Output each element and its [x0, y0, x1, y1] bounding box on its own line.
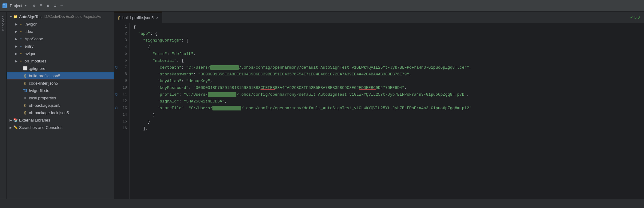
tree-item-oh-package-lock[interactable]: {} oh-package-lock.json5	[7, 109, 114, 116]
oh-modules-label: oh_modules	[25, 59, 46, 63]
code-line-14: }	[133, 111, 640, 118]
gitignore-label: .gitignore	[29, 66, 45, 71]
code-editor: 1 2 3 4 5 6 7 8 9 10 11 12 13 14 15 16	[114, 23, 644, 199]
line-16: 16	[114, 125, 129, 132]
line-2: 2	[114, 30, 129, 37]
code-line-16: ],	[133, 125, 640, 132]
line-10: 10	[114, 84, 129, 91]
root-arrow: ▾	[9, 15, 13, 18]
editor-area: {} build-profile.json5 × ✓ 5 ∧ 1 2 3 4 5…	[114, 12, 644, 199]
title-bar-title: Project	[10, 3, 22, 8]
code-line-6: "material": {	[133, 57, 640, 64]
oh-package-label: oh-package.json5	[29, 103, 61, 108]
code-linter-icon: {}	[23, 81, 28, 86]
entry-label: entry	[25, 44, 34, 49]
scratches-arrow: ▶	[9, 126, 13, 129]
tree-item-scratches[interactable]: ▶ ✏️ Scratches and Consoles	[7, 124, 114, 131]
minimize-btn[interactable]: —	[59, 2, 64, 9]
root-folder-icon: 📁	[13, 14, 18, 19]
code-line-15: }	[133, 118, 640, 125]
entry-icon: ▪	[18, 44, 23, 49]
bottom-panel	[0, 199, 644, 208]
sort-btn[interactable]: ⇅	[45, 2, 50, 9]
title-bar-arrow[interactable]: ▾	[25, 4, 27, 8]
badge-arrow[interactable]: ∧	[638, 15, 641, 20]
tree-item-root[interactable]: ▾ 📁 AutoSignTest D:\Code\DevEcoStudioPro…	[7, 13, 114, 20]
code-line-9: "keyAlias": "debugKey",	[133, 78, 640, 84]
oh-package-lock-label: oh-package-lock.json5	[29, 110, 69, 115]
tab-close-btn[interactable]: ×	[156, 16, 158, 20]
oh-package-icon: {}	[23, 103, 28, 108]
ext-libs-arrow: ▶	[9, 118, 13, 122]
hvigor-dot-label: .hvigor	[25, 22, 37, 26]
build-status: ✓ 5 ∧	[630, 15, 644, 20]
root-path: D:\Code\DevEcoStudioProjects\Au	[45, 14, 101, 19]
tree-item-idea[interactable]: ▶ ▪ .idea	[7, 28, 114, 35]
code-content[interactable]: { "app": { "signingConfigs": [ { "name":…	[130, 23, 644, 199]
code-line-11: "profile": "C:/Users/ / .ohos/config/ope…	[133, 91, 640, 98]
add-btn[interactable]: ⊕	[32, 2, 37, 9]
svg-rect-1	[3, 4, 5, 5]
line-4: 4	[114, 44, 129, 50]
tree-item-gitignore[interactable]: ⬜ .gitignore	[7, 65, 114, 72]
scratches-icon: ✏️	[13, 125, 18, 130]
line-1: 1	[114, 23, 129, 30]
line-13: 13	[114, 105, 129, 111]
root-label: AutoSignTest	[19, 14, 43, 19]
idea-icon: ▪	[18, 29, 23, 34]
gitignore-icon: ⬜	[23, 66, 28, 71]
tree-item-oh-modules[interactable]: ▶ ▪ oh_modules	[7, 57, 114, 65]
local-props-icon: ≡	[23, 95, 28, 100]
idea-arrow: ▶	[14, 30, 18, 33]
settings-btn[interactable]: ⚙	[52, 2, 57, 9]
project-panel: ▾ 📁 AutoSignTest D:\Code\DevEcoStudioPro…	[7, 12, 114, 199]
appscope-icon: ▪	[18, 36, 23, 41]
idea-label: .idea	[25, 29, 33, 34]
line-5: 5	[114, 50, 129, 57]
tab-build-profile-icon: {}	[118, 16, 121, 20]
tree-item-hvigor-dot[interactable]: ▶ ▪ .hvigor	[7, 20, 114, 28]
tree-item-ext-libs[interactable]: ▶ 📚 External Libraries	[7, 116, 114, 124]
ext-libs-icon: 📚	[13, 118, 18, 122]
code-line-4: {	[133, 44, 640, 50]
tree-item-code-linter[interactable]: {} code-linter.json5	[7, 79, 114, 87]
appscope-label: AppScope	[25, 37, 43, 41]
line-6: 6	[114, 57, 129, 64]
title-bar-actions: ⊕ ≡ ⇅ ⚙ —	[32, 2, 64, 9]
ext-libs-label: External Libraries	[19, 118, 50, 122]
scratches-label: Scratches and Consoles	[19, 125, 62, 130]
title-bar: Project ▾ ⊕ ≡ ⇅ ⚙ —	[0, 0, 644, 12]
line-14: 14	[114, 111, 129, 118]
line-gutter: 1 2 3 4 5 6 7 8 9 10 11 12 13 14 15 16	[114, 23, 130, 199]
project-icon	[2, 3, 7, 8]
badge-count: 5	[634, 15, 637, 20]
code-line-1: {	[133, 23, 640, 30]
code-line-13: "storeFile": "C:/Users/ / .ohos/config/o…	[133, 105, 640, 111]
hvigor-label: hvigor	[25, 51, 35, 56]
tree-item-local-props[interactable]: ≡ local.properties	[7, 94, 114, 102]
code-linter-label: code-linter.json5	[29, 81, 58, 86]
tree-item-hvigorfile[interactable]: TS hvigorfile.ts	[7, 87, 114, 94]
sidebar-strip: Project	[0, 12, 7, 199]
line-3: 3	[114, 37, 129, 44]
project-tree[interactable]: ▾ 📁 AutoSignTest D:\Code\DevEcoStudioPro…	[7, 12, 114, 199]
hvigorfile-icon: TS	[23, 88, 28, 93]
line-11: 11	[114, 91, 129, 98]
code-line-10: "keyPassword": "0000001BF752915813159861…	[133, 84, 640, 91]
tree-item-appscope[interactable]: ▶ ▪ AppScope	[7, 35, 114, 42]
build-profile-label: build-profile.json5	[29, 74, 60, 78]
tree-item-entry[interactable]: ▶ ▪ entry	[7, 42, 114, 50]
build-profile-icon: {}	[23, 73, 28, 78]
line-12: 12	[114, 98, 129, 105]
main-layout: Project ▾ 📁 AutoSignTest D:\Code\DevEcoS…	[0, 12, 644, 199]
tree-item-hvigor[interactable]: ▶ ▪ hvigor	[7, 50, 114, 57]
tab-build-profile[interactable]: {} build-profile.json5 ×	[114, 12, 162, 23]
tree-item-oh-package[interactable]: {} oh-package.json5	[7, 102, 114, 109]
sidebar-strip-label: Project	[2, 15, 5, 31]
list-btn[interactable]: ≡	[39, 2, 44, 9]
code-line-5: "name": "default",	[133, 50, 640, 57]
tab-bar: {} build-profile.json5 × ✓ 5 ∧	[114, 12, 644, 23]
local-props-label: local.properties	[29, 96, 56, 100]
tab-build-profile-label: build-profile.json5	[122, 15, 154, 20]
tree-item-build-profile[interactable]: {} build-profile.json5	[7, 72, 114, 79]
